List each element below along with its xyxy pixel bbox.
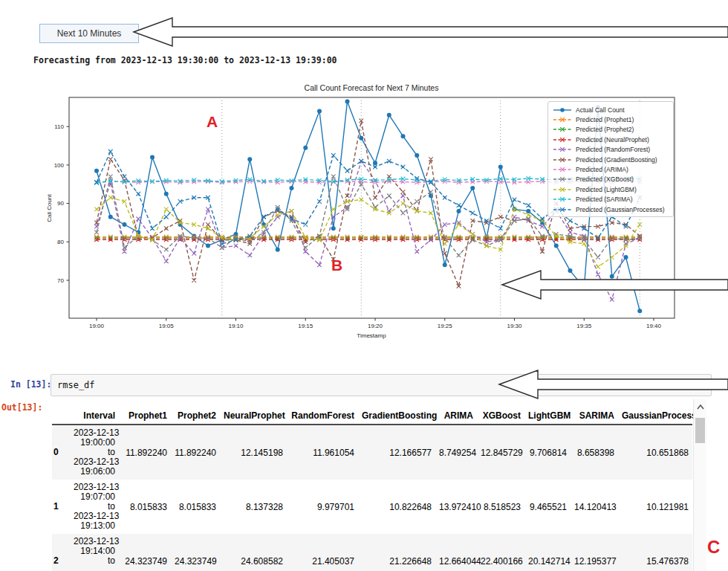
- series-marker-actual: [470, 186, 475, 190]
- output-prompt: Out[13]:: [1, 402, 42, 413]
- series-marker-actual: [247, 157, 252, 161]
- legend-marker-icon: [553, 136, 572, 143]
- y-tick-label: 70: [57, 277, 64, 284]
- legend-label: Predicted (GradientBoosting): [576, 156, 657, 164]
- scroll-up-icon[interactable]: [694, 401, 707, 414]
- series-marker-actual: [526, 209, 530, 213]
- rmse-dataframe-table: IntervalProphet1Prophet2NeuralProphetRan…: [52, 408, 692, 571]
- legend-item-gaussianprocesses: Predicted (GaussianProcesses): [553, 204, 669, 214]
- rmse-value-cell: 20.142714: [524, 534, 571, 571]
- y-tick-label: 90: [57, 200, 64, 207]
- rmse-value-cell: 8.518523: [477, 480, 524, 534]
- column-header: GradientBoosting: [358, 408, 435, 425]
- x-tick-label: 19:15: [298, 323, 313, 329]
- series-marker-actual: [373, 161, 377, 165]
- legend-item-randomforest: Predicted (RandomForest): [553, 145, 669, 155]
- series-marker-actual: [498, 164, 503, 169]
- legend-item-prophet2: Predicted (Prophet2): [553, 125, 669, 135]
- rmse-value-cell: 8.015833: [171, 480, 220, 534]
- series-marker-actual: [206, 243, 210, 248]
- forecast-range-text: Forecasting from 2023-12-13 19:30:00 to …: [33, 55, 337, 65]
- legend-item-neuralprophet: Predicted (NeuralProphet): [553, 135, 669, 144]
- rmse-value-cell: 11.892240: [171, 425, 220, 480]
- chart-title: Call Count Forecast for Next 7 Minutes: [305, 83, 439, 92]
- legend-label: Predicted (RandomForest): [576, 146, 650, 153]
- row-index: 0: [52, 425, 70, 480]
- code-text: rmse_df: [57, 380, 95, 390]
- row-index: 2: [52, 534, 70, 571]
- rmse-value-cell: 9.465521: [524, 480, 571, 534]
- code-cell-input[interactable]: rmse_df: [51, 374, 712, 396]
- legend-marker-icon: [553, 116, 572, 123]
- x-axis-label: Timestamp: [357, 332, 386, 339]
- x-tick-label: 19:10: [228, 323, 244, 329]
- rmse-value-cell: 9.706814: [524, 425, 571, 480]
- rmse-value-cell: 10.121981: [618, 480, 692, 534]
- legend-marker-icon: [553, 156, 572, 164]
- rmse-value-cell: 8.015833: [119, 480, 171, 534]
- x-tick-label: 19:35: [576, 323, 592, 329]
- series-marker-actual: [610, 274, 614, 279]
- rmse-value-cell: 15.476378: [618, 534, 692, 571]
- y-axis-label: Call Count: [46, 194, 53, 222]
- column-header: ARIMA: [435, 408, 477, 425]
- column-header: XGBoost: [477, 408, 524, 425]
- rmse-value-cell: 10.822648: [358, 480, 435, 534]
- column-header: SARIMA: [571, 408, 618, 425]
- y-tick-label: 80: [57, 239, 64, 245]
- annotation-c: C: [707, 537, 720, 558]
- series-marker-actual: [94, 169, 99, 173]
- rmse-value-cell: 12.845729: [477, 425, 524, 480]
- rmse-value-cell: 21.405037: [287, 534, 358, 571]
- legend-label: Actual Call Count: [576, 106, 625, 114]
- column-header: Prophet1: [119, 408, 171, 425]
- rmse-value-cell: 12.664044: [435, 534, 477, 571]
- rmse-value-cell: 24.323749: [171, 534, 220, 571]
- legend-marker-icon: [553, 166, 572, 173]
- series-marker-actual: [331, 226, 336, 230]
- table-row: 02023-12-1319:00:00to2023-12-1319:06:001…: [52, 425, 692, 480]
- rmse-value-cell: 10.651868: [618, 425, 692, 480]
- legend-item-actual: Actual Call Count: [553, 105, 669, 114]
- x-tick-label: 19:40: [646, 323, 662, 329]
- series-marker-actual: [568, 268, 573, 273]
- scrollbar-thumb[interactable]: [695, 418, 705, 443]
- series-marker-actual: [554, 243, 559, 248]
- rmse-value-cell: 8.137328: [220, 480, 287, 534]
- legend-marker-icon: [553, 175, 572, 183]
- column-header: Interval: [70, 408, 119, 425]
- column-header: LightGBM: [524, 408, 571, 425]
- series-marker-actual: [443, 262, 447, 267]
- x-tick-label: 19:05: [159, 323, 175, 329]
- series-marker-actual: [637, 309, 642, 313]
- series-marker-actual: [624, 255, 628, 259]
- legend-label: Predicted (SARIMA): [576, 196, 633, 203]
- rmse-value-cell: 14.120413: [571, 480, 618, 534]
- series-marker-actual: [150, 155, 155, 160]
- series-marker-actual: [108, 215, 113, 219]
- rmse-value-cell: 12.166577: [358, 425, 435, 480]
- legend-marker-icon: [553, 126, 572, 133]
- table-row: 12023-12-1319:07:00to2023-12-1319:13:008…: [52, 480, 692, 534]
- series-marker-actual: [457, 209, 461, 213]
- series-marker-actual: [317, 109, 322, 114]
- legend-label: Predicted (GaussianProcesses): [576, 206, 665, 213]
- next-10-minutes-button[interactable]: Next 10 Minutes: [39, 24, 139, 43]
- interval-cell: 2023-12-1319:07:00to2023-12-1319:13:00: [70, 480, 119, 534]
- rmse-value-cell: 24.608582: [220, 534, 287, 571]
- pointer-arrow-button: [134, 18, 728, 46]
- output-scrollbar[interactable]: [693, 399, 706, 571]
- series-marker-actual: [303, 146, 308, 150]
- legend-marker-icon: [553, 206, 572, 213]
- rmse-value-cell: 12.195377: [571, 534, 618, 571]
- legend-marker-icon: [553, 196, 572, 203]
- rmse-value-cell: 22.400166: [477, 534, 524, 571]
- forecast-chart: Call Count Forecast for Next 7 Minutes19…: [0, 74, 728, 349]
- series-marker-actual: [123, 222, 127, 227]
- rmse-value-cell: 21.226648: [358, 534, 435, 571]
- legend-item-arima: Predicted (ARIMA): [553, 164, 669, 174]
- legend-item-xgboost: Predicted (XGBoost): [553, 175, 669, 184]
- rmse-value-cell: 24.323749: [119, 534, 171, 571]
- x-tick-label: 19:00: [89, 323, 105, 329]
- legend-item-sarima: Predicted (SARIMA): [553, 195, 669, 204]
